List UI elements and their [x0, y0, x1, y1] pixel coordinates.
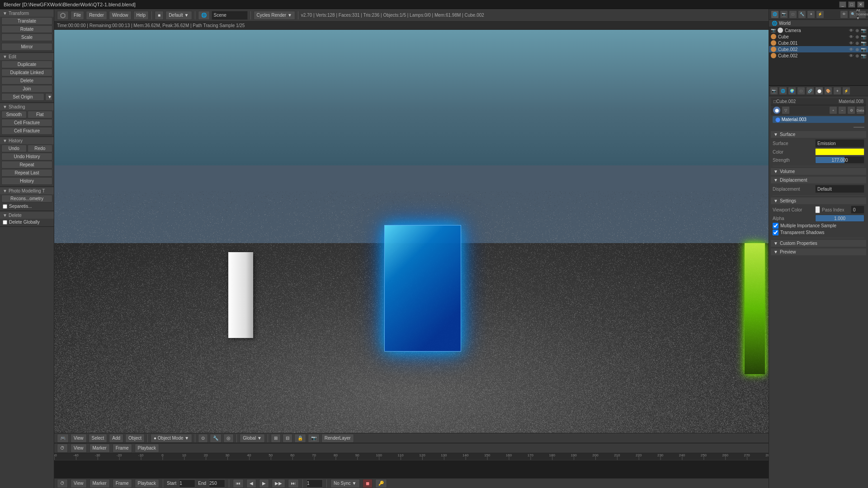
world-prop-tab[interactable]: 🌍: [788, 87, 796, 95]
surface-type-value[interactable]: Emission: [815, 139, 864, 147]
tl-bottom-icon[interactable]: ⏱: [57, 479, 68, 488]
transparent-shadows-checkbox[interactable]: [773, 230, 778, 235]
transform-header[interactable]: ▼Transform: [0, 10, 54, 17]
physics-tab[interactable]: ⚡: [816, 10, 824, 19]
render-tab[interactable]: 📷: [780, 10, 788, 19]
play-btn[interactable]: ▶: [259, 479, 269, 488]
cube002-eye-icon[interactable]: 👁: [849, 47, 854, 52]
global-dropdown[interactable]: Global ▼: [240, 434, 265, 443]
cube001-eye-icon[interactable]: 👁: [849, 41, 854, 46]
window-menu[interactable]: Window: [109, 11, 132, 20]
timeline-marker-menu[interactable]: Marker: [90, 444, 110, 453]
duplicate-linked-button[interactable]: Duplicate Linked: [1, 69, 52, 76]
timeline-icon-btn[interactable]: ⏱: [57, 444, 68, 453]
scene-icon[interactable]: 🌐: [198, 11, 210, 20]
view-tab-right[interactable]: 👁: [840, 10, 848, 19]
outliner-cube001-item[interactable]: Cube.001 👁 ⊕ 📷: [769, 40, 868, 46]
camera-eye-icon[interactable]: 👁: [849, 28, 854, 33]
outliner-cube002-item[interactable]: Cube.002 👁 ⊕ 📷: [769, 46, 868, 52]
preview-header[interactable]: ▼Preview: [771, 249, 866, 255]
start-frame-input[interactable]: [179, 479, 195, 488]
cube002-cursor-icon[interactable]: ⊕: [855, 47, 859, 52]
render-menu[interactable]: Render: [86, 11, 107, 20]
camera-btn[interactable]: 📷: [308, 434, 320, 443]
undo-history-button[interactable]: Undo History: [1, 153, 52, 160]
set-origin-button[interactable]: Set Origin: [1, 93, 44, 101]
viewport[interactable]: [54, 30, 769, 433]
viewport-icon-btn[interactable]: 🎮: [57, 434, 69, 443]
end-frame-input[interactable]: [209, 479, 225, 488]
material-sphere-icon[interactable]: ⬤: [773, 106, 781, 114]
repeat-last-button[interactable]: Repeat Last: [1, 169, 52, 177]
mirror-button[interactable]: Mirror: [1, 43, 52, 51]
close-button[interactable]: ✕: [857, 1, 864, 8]
grid-btn2[interactable]: ⊟: [283, 434, 292, 443]
screen-layout-btn[interactable]: ■: [155, 11, 164, 20]
timeline-view-menu[interactable]: View: [71, 444, 87, 453]
edit-header[interactable]: ▼Edit: [0, 53, 54, 60]
timeline-frame-menu[interactable]: Frame: [113, 444, 132, 453]
displacement-type-value[interactable]: Default: [815, 185, 864, 193]
camera-cursor-icon[interactable]: ⊕: [855, 28, 859, 33]
add-menu-btn[interactable]: Add: [109, 434, 123, 443]
cell-fracture2-button[interactable]: Cell Fracture: [1, 127, 52, 135]
scene-tab[interactable]: 🌐: [771, 10, 779, 19]
smooth-button[interactable]: Smooth: [1, 111, 27, 118]
repeat-button[interactable]: Repeat: [1, 161, 52, 169]
photo-modelling-header[interactable]: ▼Photo Modelling T: [0, 188, 54, 194]
cell-fracture-button[interactable]: Cell Fracture: [1, 119, 52, 127]
sync-dropdown[interactable]: No Sync ▼: [330, 479, 359, 488]
keying-btn[interactable]: 🔑: [375, 479, 387, 488]
reconstruct-button[interactable]: Recons...ometry: [1, 195, 52, 202]
select-menu-btn[interactable]: Select: [89, 434, 108, 443]
redo-button[interactable]: Redo: [28, 145, 53, 152]
strength-slider[interactable]: 177.000: [815, 156, 864, 164]
physics-prop-tab[interactable]: ⚡: [842, 87, 850, 95]
skip-end-btn[interactable]: ⏭: [288, 479, 299, 488]
delete-button[interactable]: Delete: [1, 77, 52, 84]
data-tab[interactable]: ▽: [782, 106, 790, 114]
timeline-playback-menu[interactable]: Playback: [135, 444, 160, 453]
alpha-slider[interactable]: 1.000: [815, 215, 864, 222]
object-tab[interactable]: □: [789, 10, 797, 19]
cube002b-eye-icon[interactable]: 👁: [849, 53, 854, 58]
remove-mat-btn[interactable]: −: [838, 106, 846, 114]
delete-header[interactable]: ▼Delete: [0, 212, 54, 219]
object-prop-tab[interactable]: □: [797, 87, 805, 95]
material-prop-tab[interactable]: ⬤: [815, 87, 823, 95]
engine-dropdown[interactable]: Cycles Render ▼: [254, 11, 295, 20]
settings-mat-btn[interactable]: ⚙: [847, 106, 855, 114]
rotate-button[interactable]: Rotate: [1, 25, 52, 33]
current-frame-input[interactable]: [307, 479, 323, 488]
set-origin-dropdown[interactable]: ▼: [45, 93, 52, 101]
color-swatch[interactable]: [815, 148, 864, 155]
scene-prop-tab[interactable]: 🌐: [779, 87, 787, 95]
modifier-tab[interactable]: 🔧: [798, 10, 806, 19]
settings-header[interactable]: ▼Settings: [771, 197, 866, 204]
texture-prop-tab[interactable]: 🎨: [824, 87, 832, 95]
outliner-cube-item[interactable]: Cube 👁 ⊕ 📷: [769, 33, 868, 40]
constraint-prop-tab[interactable]: 🔗: [806, 87, 814, 95]
outliner-cube002b-item[interactable]: Cube.002 👁 ⊕ 📷: [769, 52, 868, 59]
cube-cursor-icon[interactable]: ⊕: [855, 34, 859, 39]
pivot-btn[interactable]: ⊙: [198, 434, 208, 443]
render-layer-btn[interactable]: RenderLayer: [321, 434, 354, 443]
translate-button[interactable]: Translate: [1, 17, 52, 25]
particles-tab[interactable]: ✦: [807, 10, 815, 19]
particle-prop-tab[interactable]: ✦: [833, 87, 841, 95]
stop-btn[interactable]: ◼: [363, 479, 373, 488]
scale-button[interactable]: Scale: [1, 33, 52, 41]
skip-start-btn[interactable]: ⏮: [233, 479, 244, 488]
displacement-header[interactable]: ▼Displacement: [771, 177, 866, 183]
custom-props-header[interactable]: ▼Custom Properties: [771, 240, 866, 247]
tl-frame-btn[interactable]: Frame: [113, 479, 132, 488]
outliner-camera-item[interactable]: 📷 Camera 👁 ⊕ 📷: [769, 27, 868, 33]
cube-eye-icon[interactable]: 👁: [849, 34, 854, 39]
maximize-button[interactable]: □: [848, 1, 855, 8]
data-label-tab[interactable]: Data: [856, 106, 864, 114]
scene-select-right[interactable]: All Scenes ▼: [858, 10, 866, 19]
cube002-render-icon[interactable]: 📷: [861, 47, 866, 52]
viewport-color-swatch[interactable]: [815, 206, 820, 213]
scene-input[interactable]: [212, 11, 248, 20]
grid-btn1[interactable]: ⊞: [271, 434, 281, 443]
